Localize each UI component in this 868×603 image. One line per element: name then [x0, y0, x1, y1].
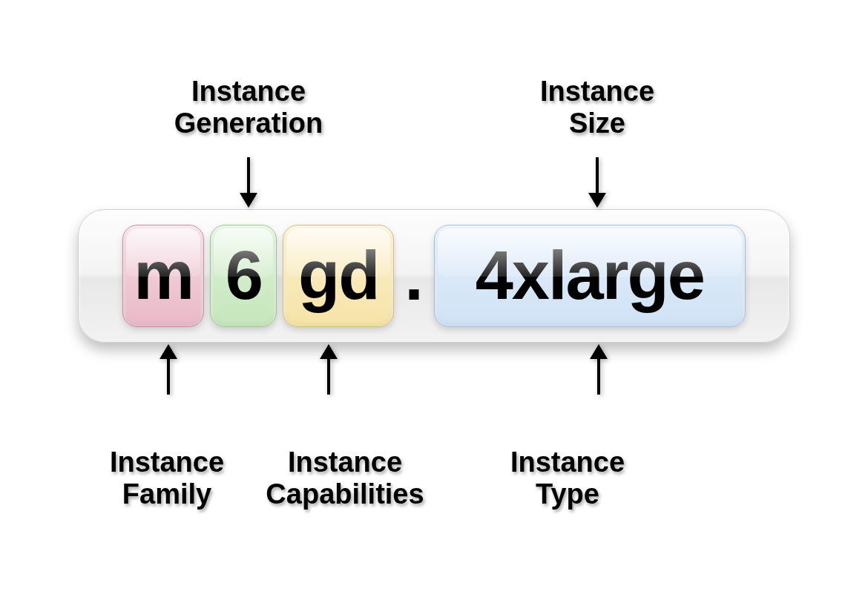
segment-instance-generation: 6 — [210, 225, 277, 327]
arrow-down-icon — [596, 157, 599, 194]
segment-instance-family: m — [122, 225, 204, 327]
arrow-up-icon — [327, 357, 330, 395]
label-text: Instance Size — [523, 76, 671, 140]
instance-name-pill: m 6 gd . 4xlarge — [78, 209, 790, 343]
segment-text: gd — [298, 237, 378, 314]
segment-instance-size: 4xlarge — [434, 225, 746, 327]
label-instance-capabilities: Instance Capabilities — [249, 447, 441, 511]
label-text: Instance Family — [93, 447, 241, 511]
label-instance-type: Instance Type — [493, 447, 642, 511]
bottom-labels-row: Instance Family Instance Capabilities In… — [78, 447, 790, 528]
instance-naming-diagram: Instance Generation Instance Size m 6 gd… — [78, 76, 790, 528]
label-text: Instance Generation — [160, 76, 338, 140]
label-instance-family: Instance Family — [93, 447, 241, 511]
label-text: Instance Capabilities — [249, 447, 441, 511]
top-labels-row: Instance Generation Instance Size — [78, 76, 790, 157]
top-arrows-row — [78, 157, 790, 209]
label-instance-generation: Instance Generation — [160, 76, 338, 140]
label-text: Instance Type — [493, 447, 642, 511]
label-instance-size: Instance Size — [523, 76, 671, 140]
segment-text: 6 — [226, 237, 262, 314]
separator-dot: . — [404, 225, 424, 327]
segment-instance-capabilities: gd — [283, 225, 394, 327]
arrow-up-icon — [597, 357, 600, 395]
bottom-arrows-row — [78, 343, 790, 395]
arrow-down-icon — [247, 157, 250, 194]
separator-text: . — [404, 238, 424, 314]
segment-text: m — [134, 237, 193, 314]
arrow-up-icon — [167, 357, 170, 395]
segment-text: 4xlarge — [476, 237, 704, 314]
